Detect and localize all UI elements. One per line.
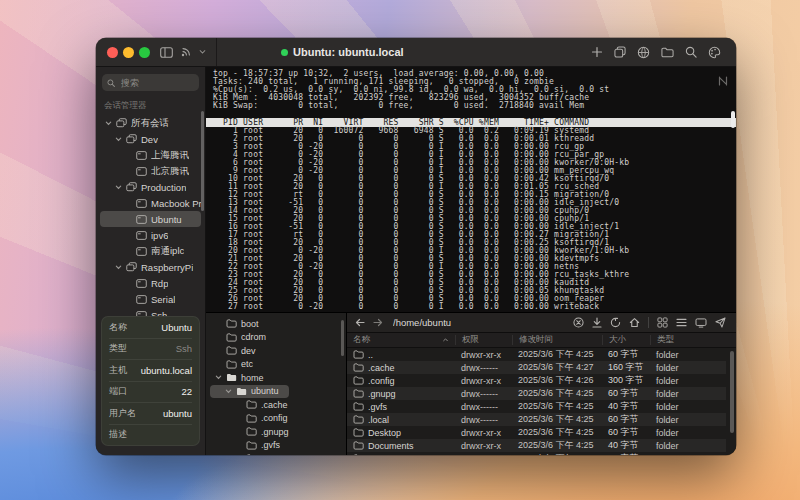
property-row-用户名[interactable]: 用户名ubuntu <box>109 402 192 424</box>
file-row-.gvfs[interactable]: .gvfsdrwx------2025/3/6 下午 4:2540 字节fold… <box>347 400 726 413</box>
back-icon[interactable] <box>355 318 365 327</box>
file-row-Desktop[interactable]: Desktopdrwxr-xr-x2025/3/6 下午 4:2560 字节fo… <box>347 426 726 439</box>
session-item-Rdp[interactable]: Rdp <box>100 275 201 291</box>
refresh-icon[interactable] <box>610 317 621 328</box>
search-box[interactable] <box>102 74 199 91</box>
titlebar[interactable]: Ubuntu: ubuntu.local <box>96 38 736 67</box>
chevron-down-icon[interactable] <box>114 264 122 271</box>
folder-icon[interactable] <box>661 47 674 58</box>
session-item-Dev[interactable]: Dev <box>100 131 201 147</box>
chevron-down-icon[interactable] <box>104 120 112 127</box>
file-tree-item-ubuntu[interactable]: ubuntu <box>210 385 289 399</box>
file-tree-item-.gnupg[interactable]: .gnupg <box>210 425 342 439</box>
file-list-scrollbar[interactable] <box>730 351 734 433</box>
terminal-view-icon[interactable] <box>695 318 707 328</box>
home-icon[interactable] <box>629 317 640 328</box>
column-header-修改时间[interactable]: 修改时间 <box>512 335 602 345</box>
current-path[interactable]: /home/ubuntu <box>393 317 565 328</box>
folder-icon <box>246 400 257 409</box>
property-row-描述[interactable]: 描述 <box>109 424 192 446</box>
session-item-Serial[interactable]: Serial <box>100 291 201 307</box>
property-value[interactable]: ubuntu.local <box>141 365 192 376</box>
column-header-名称[interactable]: 名称 <box>347 335 455 345</box>
session-item-Macbook Pro[interactable]: Macbook Pro <box>100 195 201 211</box>
file-permissions: drwxr-xr-x <box>455 454 512 456</box>
folder-icon <box>353 389 364 398</box>
file-tree-item-etc[interactable]: etc <box>210 358 342 372</box>
search-input[interactable] <box>119 77 194 89</box>
property-row-端口[interactable]: 端口22 <box>109 381 192 403</box>
terminal-scrollbar[interactable] <box>731 111 735 128</box>
session-item-北京腾讯[interactable]: 北京腾讯 <box>100 163 201 179</box>
broadcast-icon[interactable] <box>180 47 192 58</box>
theme-palette-icon[interactable] <box>708 46 721 59</box>
cancel-icon[interactable] <box>573 317 584 328</box>
file-tree-item-.gvfs[interactable]: .gvfs <box>210 439 342 453</box>
file-row-.config[interactable]: .configdrwxr-xr-x2025/3/6 下午 4:26300 字节f… <box>347 374 726 387</box>
file-row-Downloads[interactable]: Downloadsdrwxr-xr-x2025/3/6 下午 4:2540 字节… <box>347 452 726 455</box>
property-value[interactable]: 22 <box>181 386 192 397</box>
file-row-.gnupg[interactable]: .gnupgdrwx------2025/3/6 下午 4:2560 字节fol… <box>347 387 726 400</box>
folder-icon <box>226 333 237 342</box>
forward-icon[interactable] <box>373 318 383 327</box>
column-header-权限[interactable]: 权限 <box>455 335 512 345</box>
column-label: 大小 <box>609 335 626 345</box>
download-icon[interactable] <box>592 317 602 328</box>
chevron-down-icon[interactable] <box>114 184 122 191</box>
tree-item-label: Dev <box>141 134 158 145</box>
folder-icon <box>226 346 237 355</box>
session-tab[interactable]: Ubuntu: ubuntu.local <box>281 46 404 58</box>
session-item-上海腾讯[interactable]: 上海腾讯 <box>100 147 201 163</box>
session-item-所有会话[interactable]: 所有会话 <box>100 115 201 131</box>
session-item-ipv6[interactable]: ipv6 <box>100 227 201 243</box>
file-tree-scrollbar[interactable] <box>341 320 344 356</box>
file-permissions: drwxr-xr-x <box>455 350 512 360</box>
chevron-down-icon[interactable] <box>114 136 122 143</box>
search-icon[interactable] <box>685 46 697 58</box>
minimize-window-button[interactable] <box>123 47 134 58</box>
sidebar-scrollbar[interactable] <box>201 111 204 211</box>
send-transfer-icon[interactable] <box>715 317 726 328</box>
property-value[interactable]: Ssh <box>176 343 192 354</box>
session-item-南通iplc[interactable]: 南通iplc <box>100 243 201 259</box>
column-header-大小[interactable]: 大小 <box>602 335 650 345</box>
chevron-down-icon[interactable] <box>199 49 206 55</box>
property-row-类型[interactable]: 类型Ssh <box>109 338 192 360</box>
file-modified: 2025/3/6 下午 4:25 <box>512 348 602 361</box>
session-item-Ubuntu[interactable]: Ubuntu <box>100 211 201 227</box>
titlebar-main: Ubuntu: ubuntu.local <box>216 38 736 66</box>
file-tree-item-boot[interactable]: boot <box>210 317 342 331</box>
toolbar-divider <box>648 317 649 328</box>
duplicate-icon[interactable] <box>614 46 626 58</box>
new-tab-icon[interactable] <box>591 46 603 58</box>
input-broadcast-icon[interactable] <box>718 76 728 86</box>
file-row-Documents[interactable]: Documentsdrwxr-xr-x2025/3/6 下午 4:2540 字节… <box>347 439 726 452</box>
column-label: 权限 <box>462 335 479 345</box>
session-item-RaspberryPi[interactable]: RaspberryPi <box>100 259 201 275</box>
list-view-icon[interactable] <box>676 318 687 327</box>
zoom-window-button[interactable] <box>139 47 150 58</box>
file-type: folder <box>650 376 726 386</box>
file-tree-item-cdrom[interactable]: cdrom <box>210 331 342 345</box>
grid-view-icon[interactable] <box>657 317 668 328</box>
property-value[interactable]: Ubuntu <box>161 322 192 333</box>
file-tree-item-.config[interactable]: .config <box>210 412 342 426</box>
network-globe-icon[interactable] <box>637 46 650 59</box>
chevron-down-icon[interactable] <box>214 374 222 381</box>
file-row-.local[interactable]: .localdrwx------2025/3/6 下午 4:2560 字节fol… <box>347 413 726 426</box>
session-item-Production[interactable]: Production <box>100 179 201 195</box>
column-header-类型[interactable]: 类型 <box>650 335 726 345</box>
file-tree-item-.local[interactable]: .local <box>210 452 342 455</box>
file-tree-item-dev[interactable]: dev <box>210 344 342 358</box>
chevron-down-icon[interactable] <box>224 388 232 395</box>
file-tree-item-.cache[interactable]: .cache <box>210 398 342 412</box>
terminal[interactable]: top - 18:57:37 up 10:32, 2 users, load a… <box>206 67 736 312</box>
file-row-..[interactable]: ..drwxr-xr-x2025/3/6 下午 4:2560 字节folder <box>347 348 726 361</box>
file-tree-item-home[interactable]: home <box>210 371 342 385</box>
property-value[interactable]: ubuntu <box>163 408 192 419</box>
close-window-button[interactable] <box>107 47 118 58</box>
property-row-主机[interactable]: 主机ubuntu.local <box>109 359 192 381</box>
sidebar-toggle-icon[interactable] <box>160 47 173 58</box>
property-row-名称[interactable]: 名称Ubuntu <box>109 317 192 338</box>
file-row-.cache[interactable]: .cachedrwx------2025/3/6 下午 4:27160 字节fo… <box>347 361 726 374</box>
